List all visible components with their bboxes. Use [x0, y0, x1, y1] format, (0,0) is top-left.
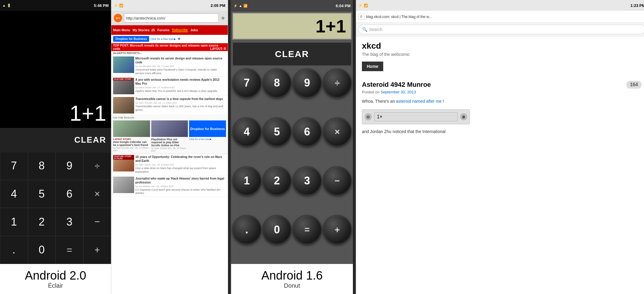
- notification-icon: ▲: [2, 4, 6, 7]
- signal-icon: 📶: [119, 4, 123, 8]
- status-bar-16: ⚡ ▲ 📶 6:04 PM: [231, 0, 353, 11]
- calc-20-display: 1+1: [0, 11, 111, 128]
- story-excerpt-3: How a slow drive on Mars has changed wha…: [135, 167, 226, 174]
- story-title-4[interactable]: Journalist who made up 'Hack Heaven' sto…: [135, 177, 226, 184]
- story-byline-2: by John Timmer Jan. 28, 11:15am EST: [135, 102, 226, 104]
- xkcd-blog-content: xkcd The blag of the webcomic Home Aster…: [356, 36, 644, 294]
- status-icons-left: ▲ 🔋: [2, 4, 11, 8]
- xkcd-post-title-text[interactable]: Asteroid 4942 Munroe: [362, 81, 431, 89]
- calc-16-btn-3[interactable]: 3: [293, 166, 322, 195]
- story-byline-3: by Jake Turner Jan. 25, 8:00am EST: [135, 163, 226, 166]
- xkcd-comment-count[interactable]: 164: [626, 81, 642, 89]
- calc-btn-7[interactable]: 7: [0, 152, 28, 180]
- zoom-input[interactable]: 1×: [374, 112, 458, 121]
- calc-16-btn-dot[interactable]: .: [232, 215, 261, 244]
- calc-btn-multiply[interactable]: ×: [83, 180, 111, 208]
- calc-16-btn-8[interactable]: 8: [263, 68, 292, 98]
- favicon-icon: ©: [360, 15, 362, 18]
- calc-btn-8[interactable]: 8: [28, 152, 56, 180]
- top-story-badge: TOP POST: Microsoft reveals its server d…: [111, 43, 228, 51]
- search-icon: 🔍: [362, 27, 367, 32]
- story-title-1[interactable]: A pro with serious workstation needs rev…: [135, 78, 226, 86]
- browser-status-icons: ⚡ 📶: [114, 4, 123, 8]
- xkcd-search-input[interactable]: 🔍 Search: [358, 25, 644, 34]
- calc-btn-1[interactable]: 1: [0, 208, 28, 236]
- calc-16-clear-button[interactable]: CLEAR: [232, 42, 352, 66]
- calc-16-btn-6[interactable]: 6: [293, 117, 322, 147]
- calc-16-btn-minus[interactable]: −: [323, 166, 352, 195]
- xkcd-nav-home[interactable]: Home: [362, 62, 383, 71]
- story-excerpt-1: Apple's latest Mac Pro is powerful, but …: [135, 89, 226, 93]
- status-time-20: 5:46 PM: [94, 3, 109, 8]
- calc-16-btn-9[interactable]: 9: [293, 68, 322, 98]
- story-title-2[interactable]: Transmissible cancer is a time capsule f…: [135, 97, 226, 101]
- nav-my-stories[interactable]: My Stories: 25: [133, 28, 155, 32]
- calc-16-btn-1[interactable]: 1: [232, 166, 261, 195]
- panel-xkcd: ⚡ 📶 1:23 PM © blag.xkcd.com: xkcd | The …: [355, 0, 644, 294]
- xkcd-nav-container: Home: [362, 62, 642, 76]
- nav-main-menu[interactable]: Main Menu: [113, 28, 130, 32]
- dropbox-ad-label[interactable]: Dropbox for Business: [113, 36, 149, 42]
- nav-subscribe[interactable]: Subscribe: [172, 28, 188, 32]
- calc-16-btn-multiply[interactable]: ×: [323, 117, 352, 147]
- calc-btn-plus[interactable]: +: [83, 236, 111, 264]
- xkcd-time: 1:23 PM: [630, 3, 644, 8]
- story-title-0[interactable]: Microsoft reveals its server design and …: [135, 56, 226, 64]
- xkcd-zoom-bar: ⊖ 1× ⊕: [362, 109, 470, 124]
- zoom-in-button[interactable]: ⊕: [460, 113, 467, 120]
- calc-16-btn-equals[interactable]: =: [293, 215, 322, 244]
- asteroid-link[interactable]: asteroid named after me: [396, 99, 442, 104]
- calc-btn-minus[interactable]: −: [83, 208, 111, 236]
- calc-16-btn-plus[interactable]: +: [323, 215, 352, 244]
- dropbox-trial[interactable]: Click for a free trial ▶: [189, 138, 226, 141]
- story-excerpt-2: Transmissible cancer dates back 11,000 y…: [135, 105, 226, 112]
- calc-btn-9[interactable]: 9: [56, 152, 83, 180]
- usb-icon: ⚡: [114, 4, 118, 8]
- story-text-1: A pro with serious workstation needs rev…: [135, 78, 226, 94]
- dropbox-ad-cta[interactable]: Click for a free trial ▶: [150, 38, 176, 41]
- calc-16-btn-0[interactable]: 0: [263, 215, 292, 244]
- story-title-3[interactable]: 10 years of Opportunity: Celebrating the…: [135, 155, 226, 163]
- calc-20-label: Android 2.0: [25, 269, 86, 282]
- calc-16-btn-7[interactable]: 7: [232, 68, 261, 98]
- zoom-out-button[interactable]: ⊖: [365, 113, 372, 120]
- calc-16-btn-4[interactable]: 4: [232, 117, 261, 147]
- post-date-link[interactable]: September 30, 2013: [381, 90, 416, 94]
- calc-16-btn-divide[interactable]: ÷: [323, 68, 352, 98]
- xkcd-status-icons: ⚡ 📶: [358, 4, 368, 8]
- calc-btn-divide[interactable]: ÷: [83, 152, 111, 180]
- status-bar-xkcd: ⚡ 📶 1:23 PM: [356, 0, 644, 11]
- on-radar-section: ON THE RADAR: LATEST STORY How Google Ca…: [111, 115, 228, 154]
- calc-btn-2[interactable]: 2: [28, 208, 56, 236]
- dropbox-ad-text[interactable]: Dropbox for Business: [190, 127, 225, 131]
- usb-icon-xkcd: ⚡: [358, 4, 363, 8]
- calc-20-clear-button[interactable]: CLEAR: [74, 135, 106, 145]
- on-radar-title-0[interactable]: How Google Calendar can be a spammer's b…: [113, 141, 150, 147]
- calc-btn-4[interactable]: 4: [0, 180, 28, 208]
- in-depth-label: IN-DEPTH REPORTS...: [111, 51, 228, 55]
- nav-forums[interactable]: Forums: [157, 28, 169, 32]
- calc-16-clear-row: CLEAR: [232, 42, 352, 66]
- calc-btn-3[interactable]: 3: [56, 208, 83, 236]
- calc-btn-5[interactable]: 5: [28, 180, 56, 208]
- battery-icon: 🔋: [7, 4, 11, 8]
- on-radar-title-1[interactable]: PlayStation Plus not required to play El…: [151, 138, 188, 147]
- post-date: September 30, 2013: [381, 90, 416, 94]
- story-excerpt-0: Announced today joins Facebook's Open Co…: [135, 68, 226, 75]
- calc-btn-equals[interactable]: =: [56, 236, 83, 264]
- calc-16-btn-5[interactable]: 5: [263, 117, 292, 147]
- calc-btn-dot[interactable]: .: [0, 236, 28, 264]
- calc-btn-6[interactable]: 6: [56, 180, 83, 208]
- address-field[interactable]: http://arstechnica.com/: [124, 14, 219, 23]
- calc-16-sublabel: Donut: [284, 282, 300, 289]
- story-byline-0: by Jon Brodkin Jan. 28, 7:11am EST: [135, 65, 226, 68]
- nav-jobs[interactable]: Jobs: [190, 28, 198, 32]
- calc-16-btn-2[interactable]: 2: [263, 166, 292, 195]
- xkcd-next-line: and Jordan Zhu noticed that the Internat…: [362, 129, 642, 134]
- calc-btn-0[interactable]: 0: [28, 236, 56, 264]
- xkcd-post-meta: Posted on September 30, 2013: [362, 90, 642, 94]
- bookmark-icon[interactable]: ★: [221, 15, 225, 21]
- story-row-3: FEATURE STORY IS FILED 10 years of Oppor…: [111, 154, 228, 175]
- story-row-2: Transmissible cancer is a time capsule f…: [111, 96, 228, 115]
- excerpt-text: Whoa. There's an: [362, 99, 395, 104]
